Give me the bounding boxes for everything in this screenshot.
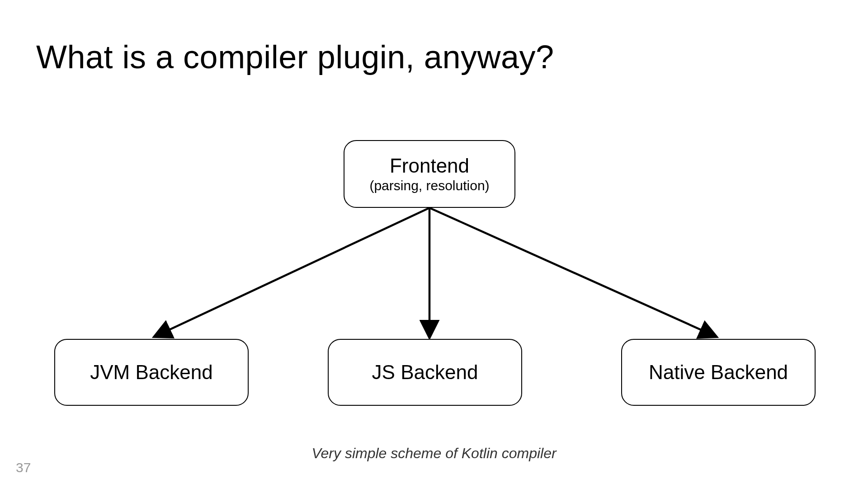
frontend-node: Frontend (parsing, resolution) xyxy=(344,140,515,208)
native-backend-label: Native Backend xyxy=(649,361,788,384)
svg-line-1 xyxy=(156,208,429,336)
frontend-label: Frontend xyxy=(390,155,469,177)
native-backend-node: Native Backend xyxy=(621,339,816,406)
jvm-backend-label: JVM Backend xyxy=(90,361,212,384)
js-backend-label: JS Backend xyxy=(372,361,478,384)
js-backend-node: JS Backend xyxy=(328,339,522,406)
diagram-caption: Very simple scheme of Kotlin compiler xyxy=(0,445,868,462)
compiler-diagram: Frontend (parsing, resolution) JVM Backe… xyxy=(0,140,868,411)
svg-line-3 xyxy=(429,208,715,336)
jvm-backend-node: JVM Backend xyxy=(54,339,249,406)
frontend-sublabel: (parsing, resolution) xyxy=(369,178,489,193)
page-number: 37 xyxy=(16,460,31,475)
slide-title: What is a compiler plugin, anyway? xyxy=(36,38,554,75)
